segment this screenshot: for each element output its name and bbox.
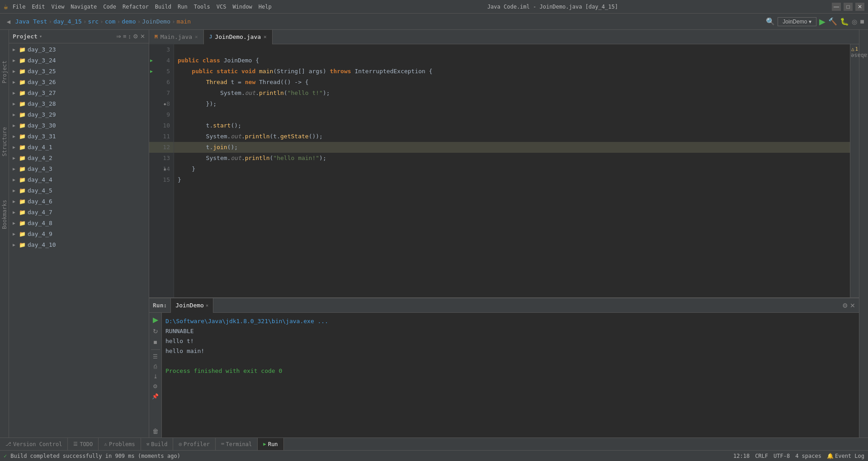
cursor-position[interactable]: 12:18 bbox=[733, 453, 750, 459]
list-item[interactable]: ▶ 📁 day_4_3 bbox=[9, 164, 149, 174]
list-item[interactable]: ▶ 📁 day_3_29 bbox=[9, 109, 149, 120]
list-item[interactable]: ▶ 📁 day_3_26 bbox=[9, 77, 149, 88]
list-item[interactable]: ▶ 📁 day_4_2 bbox=[9, 153, 149, 164]
folder-icon: 📁 bbox=[19, 142, 26, 152]
left-structure-tab[interactable]: Project Structure Bookmarks bbox=[0, 30, 9, 437]
run-config-button[interactable]: JoinDemo ▾ bbox=[778, 17, 816, 26]
window-menu[interactable]: Window bbox=[231, 4, 254, 10]
list-item[interactable]: ▶ 📁 day_3_30 bbox=[9, 120, 149, 131]
soft-wrap-button[interactable]: ☰ bbox=[152, 353, 159, 361]
view-menu[interactable]: View bbox=[49, 4, 66, 10]
code-menu[interactable]: Code bbox=[101, 4, 118, 10]
list-item[interactable]: ▶ 📁 day_4_5 bbox=[9, 185, 149, 196]
console-output[interactable]: D:\Software\Java\jdk1.8.0_321\bin\java.e… bbox=[162, 313, 859, 437]
list-item[interactable]: ▶ 📁 day_4_8 bbox=[9, 218, 149, 229]
debug-button[interactable]: 🐛 bbox=[840, 17, 849, 26]
stop-run-button[interactable]: ■ bbox=[152, 338, 158, 347]
settings-button[interactable]: ⚙ bbox=[133, 33, 138, 40]
list-item[interactable]: ▶ 📁 day_3_23 bbox=[9, 44, 149, 55]
tab-terminal[interactable]: ⌨ Terminal bbox=[216, 438, 258, 451]
breadcrumb-class[interactable]: JoinDemo bbox=[142, 18, 170, 25]
list-item[interactable]: ▶ 📁 day_4_4 bbox=[9, 174, 149, 185]
breadcrumb-src[interactable]: src bbox=[88, 18, 99, 25]
close-button[interactable]: ✕ bbox=[855, 3, 864, 11]
list-item[interactable]: ▶ 📁 day_3_25 bbox=[9, 66, 149, 77]
navigate-menu[interactable]: Navigate bbox=[69, 4, 99, 10]
refactor-menu[interactable]: Refactor bbox=[121, 4, 151, 10]
list-item[interactable]: ▶ 📁 day_4_9 bbox=[9, 229, 149, 240]
run-tab-joindemo[interactable]: JoinDemo ✕ bbox=[170, 298, 213, 313]
join-demo-icon: J bbox=[209, 34, 212, 40]
build-button[interactable]: 🔨 bbox=[828, 17, 837, 26]
run-gutter-icon[interactable]: ▶ bbox=[150, 66, 153, 77]
run-settings-button[interactable]: ⚙ bbox=[842, 302, 848, 309]
trash-button[interactable]: 🗑 bbox=[151, 427, 160, 436]
database-panel-label[interactable]: Database bbox=[851, 52, 868, 59]
list-item[interactable]: ▶ 📁 day_3_31 bbox=[9, 131, 149, 142]
stop-button[interactable]: ■ bbox=[860, 18, 864, 26]
event-log-button[interactable]: 🔔 Event Log bbox=[827, 453, 864, 459]
scroll-end-button[interactable]: ⤓ bbox=[152, 372, 159, 381]
breadcrumb-day[interactable]: day_4_15 bbox=[53, 18, 82, 25]
run-button[interactable]: ▶ bbox=[819, 17, 826, 27]
list-item[interactable]: ▶ 📁 day_3_28 bbox=[9, 99, 149, 109]
print-button[interactable]: ⎙ bbox=[153, 362, 158, 371]
pin-button[interactable]: 📌 bbox=[151, 392, 160, 400]
file-menu[interactable]: File bbox=[11, 4, 28, 10]
vcs-menu[interactable]: VCS bbox=[215, 4, 228, 10]
breadcrumb-method[interactable]: main bbox=[177, 18, 191, 25]
run-close-button[interactable]: ✕ bbox=[850, 302, 855, 309]
folder-label: day_3_30 bbox=[28, 121, 56, 131]
list-item[interactable]: ▶ 📁 day_4_6 bbox=[9, 196, 149, 207]
tools-menu[interactable]: Tools bbox=[192, 4, 212, 10]
back-button[interactable]: ◄ bbox=[4, 16, 14, 27]
tab-build[interactable]: ⚒ Build bbox=[141, 438, 174, 451]
build-menu[interactable]: Build bbox=[153, 4, 173, 10]
tab-todo[interactable]: ☰ TODO bbox=[68, 438, 99, 451]
right-side-panel[interactable]: Database bbox=[859, 30, 868, 437]
tab-run[interactable]: ▶ Run bbox=[258, 438, 283, 451]
line-number: 7 bbox=[166, 88, 170, 99]
close-project-panel-button[interactable]: ✕ bbox=[140, 33, 145, 40]
list-item[interactable]: ▶ 📁 day_3_24 bbox=[9, 55, 149, 66]
tab-version-control[interactable]: ⎇ Version Control bbox=[0, 438, 68, 451]
encoding[interactable]: UTF-8 bbox=[774, 453, 790, 459]
structure-panel-label[interactable]: Structure bbox=[1, 127, 8, 156]
breadcrumb-project[interactable]: Java Test bbox=[15, 18, 47, 25]
list-item[interactable]: ▶ 📁 day_4_1 bbox=[9, 142, 149, 153]
help-menu[interactable]: Help bbox=[257, 4, 274, 10]
maximize-button[interactable]: □ bbox=[844, 3, 853, 11]
line-separator[interactable]: CRLF bbox=[755, 453, 768, 459]
search-button[interactable]: 🔍 bbox=[766, 17, 775, 26]
tab-profiler[interactable]: ◎ Profiler bbox=[173, 438, 215, 451]
breadcrumb-demo[interactable]: demo bbox=[122, 18, 136, 25]
list-item[interactable]: ▶ 📁 day_4_7 bbox=[9, 207, 149, 218]
list-item[interactable]: ▶ 📁 day_3_27 bbox=[9, 88, 149, 99]
run-tab-close-icon[interactable]: ✕ bbox=[206, 303, 208, 308]
scroll-from-source-button[interactable]: ⇒ bbox=[116, 33, 121, 40]
project-dropdown-icon[interactable]: ▾ bbox=[39, 33, 42, 39]
tab-join-demo-java[interactable]: J JoinDemo.java ✕ bbox=[204, 30, 273, 44]
edit-menu[interactable]: Edit bbox=[30, 4, 47, 10]
rerun-failed-button[interactable]: ↻ bbox=[152, 327, 159, 336]
rerun-button[interactable]: ▶ bbox=[152, 315, 159, 325]
join-demo-close-icon[interactable]: ✕ bbox=[264, 34, 267, 40]
minimize-button[interactable]: — bbox=[832, 3, 841, 11]
coverage-button[interactable]: ◎ bbox=[852, 18, 857, 25]
breadcrumb-com[interactable]: com bbox=[105, 18, 115, 25]
main-java-close-icon[interactable]: ✕ bbox=[195, 34, 198, 40]
sort-button[interactable]: ↕ bbox=[128, 33, 132, 40]
code-content[interactable]: public class JoinDemo { public static vo… bbox=[174, 44, 850, 297]
run-gutter-icon[interactable]: ▶ bbox=[150, 55, 153, 66]
run-config-label: JoinDemo bbox=[783, 19, 807, 25]
tab-problems[interactable]: ⚠ Problems bbox=[99, 438, 141, 451]
folder-icon: 📁 bbox=[19, 110, 26, 120]
list-item[interactable]: ▶ 📁 day_4_10 bbox=[9, 240, 149, 250]
project-panel-label[interactable]: Project bbox=[1, 61, 8, 84]
run-menu[interactable]: Run bbox=[176, 4, 189, 10]
collapse-all-button[interactable]: ≡ bbox=[123, 33, 127, 40]
settings-run-button[interactable]: ⚙ bbox=[152, 382, 159, 390]
indent-indicator[interactable]: 4 spaces bbox=[795, 453, 821, 459]
tab-main-java[interactable]: M Main.java ✕ bbox=[149, 30, 204, 44]
bookmarks-panel-label[interactable]: Bookmarks bbox=[1, 200, 8, 229]
